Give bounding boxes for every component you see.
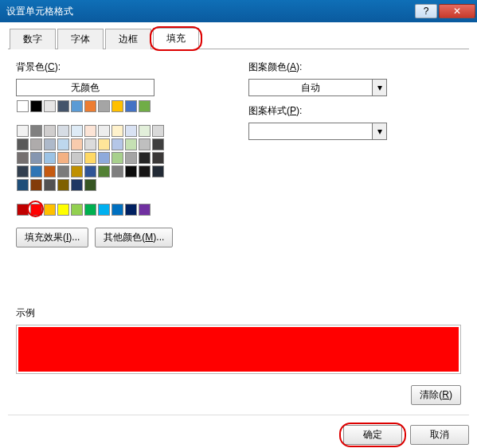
more-colors-button[interactable]: 其他颜色(M)... <box>95 228 173 247</box>
color-swatch[interactable] <box>17 166 29 177</box>
color-swatch[interactable] <box>111 100 123 112</box>
color-swatch[interactable] <box>139 125 151 137</box>
sample-box-outer <box>16 325 461 374</box>
tab-fill[interactable]: 填充 <box>153 28 199 49</box>
swatch-row-standard <box>16 203 165 216</box>
color-swatch[interactable] <box>139 152 151 164</box>
color-swatch[interactable] <box>17 152 29 164</box>
color-swatch[interactable] <box>71 179 83 191</box>
no-color-button[interactable]: 无颜色 <box>16 79 154 96</box>
color-swatch[interactable] <box>84 166 96 177</box>
color-swatch[interactable] <box>44 166 56 177</box>
color-swatch[interactable] <box>98 152 110 164</box>
pattern-style-label: 图案样式(P): <box>248 104 461 118</box>
color-swatch[interactable] <box>30 138 42 150</box>
color-swatch[interactable] <box>98 138 110 150</box>
color-swatch[interactable] <box>84 125 96 137</box>
tab-content: 背景色(C): 无颜色 填充效果(I)... <box>8 49 469 410</box>
color-swatch[interactable] <box>30 152 42 164</box>
color-swatch[interactable] <box>57 138 69 150</box>
color-swatch[interactable] <box>30 179 42 191</box>
color-swatch[interactable] <box>71 125 83 137</box>
sample-box <box>18 327 459 372</box>
color-swatch[interactable] <box>111 204 123 216</box>
color-swatch[interactable] <box>98 125 110 137</box>
ok-button[interactable]: 确定 <box>343 425 402 445</box>
color-swatch[interactable] <box>44 179 56 191</box>
client-area: 数字 字体 边框 填充 背景色(C): 无颜色 <box>0 22 477 448</box>
color-swatch[interactable] <box>152 166 164 177</box>
color-swatch[interactable] <box>139 100 151 112</box>
color-swatch[interactable] <box>139 166 151 177</box>
color-swatch[interactable] <box>125 138 137 150</box>
window-title: 设置单元格格式 <box>6 5 413 18</box>
color-swatch[interactable] <box>84 204 96 216</box>
color-swatch[interactable] <box>30 204 42 216</box>
help-button[interactable]: ? <box>415 4 437 18</box>
color-swatch[interactable] <box>139 138 151 150</box>
color-swatch[interactable] <box>44 138 56 150</box>
chevron-down-icon[interactable]: ▾ <box>372 123 386 139</box>
color-swatch[interactable] <box>84 100 96 112</box>
color-swatch[interactable] <box>125 152 137 164</box>
swatch-grid <box>16 124 165 192</box>
color-swatch[interactable] <box>152 152 164 164</box>
pattern-style-combo[interactable]: ▾ <box>248 123 387 140</box>
right-panel: 图案颜色(A): 自动 ▾ 图案样式(P): ▾ <box>239 60 461 247</box>
clear-button[interactable]: 清除(R) <box>411 385 461 405</box>
tab-font[interactable]: 字体 <box>57 29 104 49</box>
color-swatch[interactable] <box>111 152 123 164</box>
color-swatch[interactable] <box>84 138 96 150</box>
tab-border[interactable]: 边框 <box>105 29 151 49</box>
color-swatch[interactable] <box>30 100 42 112</box>
color-swatch[interactable] <box>125 100 137 112</box>
color-swatch[interactable] <box>44 125 56 137</box>
color-swatch[interactable] <box>125 125 137 137</box>
color-swatch[interactable] <box>57 179 69 191</box>
tab-number[interactable]: 数字 <box>10 29 56 49</box>
color-swatch[interactable] <box>98 100 110 112</box>
color-swatch[interactable] <box>125 166 137 177</box>
color-swatch[interactable] <box>17 125 29 137</box>
color-swatch[interactable] <box>44 100 56 112</box>
color-swatch[interactable] <box>98 166 110 177</box>
color-swatch[interactable] <box>17 179 29 191</box>
color-swatch[interactable] <box>71 166 83 177</box>
color-swatch[interactable] <box>139 204 151 216</box>
color-swatch[interactable] <box>152 125 164 137</box>
color-swatch[interactable] <box>111 166 123 177</box>
color-swatch[interactable] <box>57 125 69 137</box>
color-swatch[interactable] <box>71 100 83 112</box>
color-swatch[interactable] <box>111 125 123 137</box>
pattern-color-combo[interactable]: 自动 ▾ <box>248 79 387 96</box>
color-swatch[interactable] <box>111 138 123 150</box>
fill-effects-button[interactable]: 填充效果(I)... <box>16 228 88 247</box>
color-swatch[interactable] <box>71 204 83 216</box>
pattern-color-label: 图案颜色(A): <box>248 60 461 74</box>
color-swatch[interactable] <box>57 152 69 164</box>
tabstrip: 数字 字体 边框 填充 <box>8 29 469 49</box>
color-swatch[interactable] <box>44 204 56 216</box>
color-swatch[interactable] <box>17 204 29 216</box>
color-swatch[interactable] <box>152 138 164 150</box>
color-swatch[interactable] <box>17 138 29 150</box>
color-swatch[interactable] <box>57 166 69 177</box>
chevron-down-icon[interactable]: ▾ <box>372 80 386 95</box>
color-swatch[interactable] <box>44 152 56 164</box>
color-swatch[interactable] <box>17 100 29 112</box>
color-swatch[interactable] <box>71 152 83 164</box>
close-button[interactable]: ✕ <box>439 4 475 18</box>
color-swatch[interactable] <box>125 204 137 216</box>
color-swatch[interactable] <box>84 152 96 164</box>
color-swatch[interactable] <box>30 166 42 177</box>
color-swatch[interactable] <box>71 138 83 150</box>
color-swatch[interactable] <box>30 125 42 137</box>
cancel-button[interactable]: 取消 <box>410 425 469 445</box>
titlebar: 设置单元格格式 ? ✕ <box>0 0 477 22</box>
color-swatch[interactable] <box>98 204 110 216</box>
swatch-row-top <box>16 99 165 113</box>
color-swatch[interactable] <box>57 204 69 216</box>
color-swatch[interactable] <box>84 179 96 191</box>
sample-label: 示例 <box>16 306 461 320</box>
color-swatch[interactable] <box>57 100 69 112</box>
